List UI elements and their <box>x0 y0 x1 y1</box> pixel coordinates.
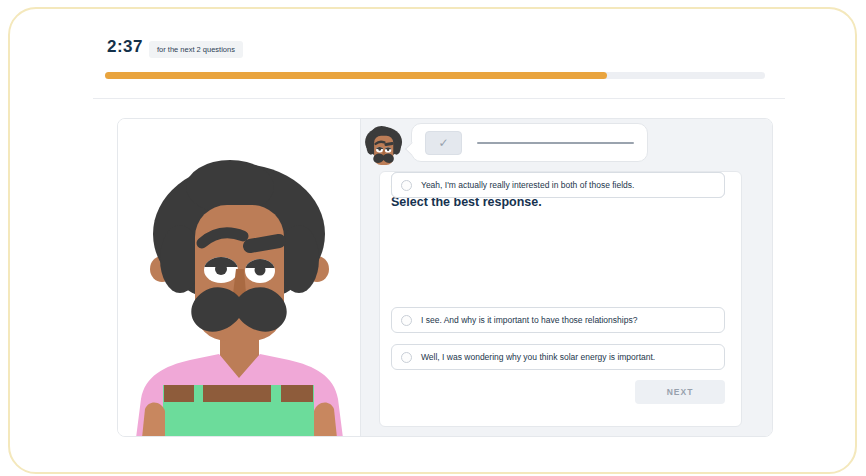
timer-note-badge: for the next 2 questions <box>149 41 243 58</box>
speech-bubble-tail <box>405 142 419 156</box>
next-button[interactable]: NEXT <box>635 380 725 404</box>
character-illustration <box>118 119 361 437</box>
option-row[interactable]: I see. And why is it important to have t… <box>391 307 725 333</box>
option-row[interactable]: Yeah, I'm actually really interested in … <box>391 172 725 198</box>
progress-bar <box>105 72 765 79</box>
option-label: I see. And why is it important to have t… <box>421 315 637 325</box>
question-card: Question 4 of 5 Select the best response… <box>379 171 742 427</box>
option-label: Well, I was wondering why you think sola… <box>421 352 655 362</box>
interaction-panel: ✓ Question 4 of 5 Select the best respon… <box>361 119 772 436</box>
replay-check-button[interactable]: ✓ <box>425 131 462 155</box>
header-divider <box>93 98 785 99</box>
audio-progress-line <box>477 142 634 144</box>
radio-icon[interactable] <box>401 315 412 326</box>
radio-icon[interactable] <box>401 352 412 363</box>
check-icon: ✓ <box>438 136 448 150</box>
timer-countdown: 2:37 <box>107 37 143 57</box>
question-area: ✓ Question 4 of 5 Select the best respon… <box>117 118 773 437</box>
test-window-card: 2:37 for the next 2 questions <box>8 7 857 474</box>
progress-bar-fill <box>105 72 607 79</box>
character-panel <box>118 119 361 436</box>
option-row[interactable]: Well, I was wondering why you think sola… <box>391 344 725 370</box>
speaker-avatar <box>364 125 404 165</box>
radio-icon[interactable] <box>401 180 412 191</box>
speech-bubble: ✓ <box>411 123 648 162</box>
option-label: Yeah, I'm actually really interested in … <box>421 180 634 190</box>
